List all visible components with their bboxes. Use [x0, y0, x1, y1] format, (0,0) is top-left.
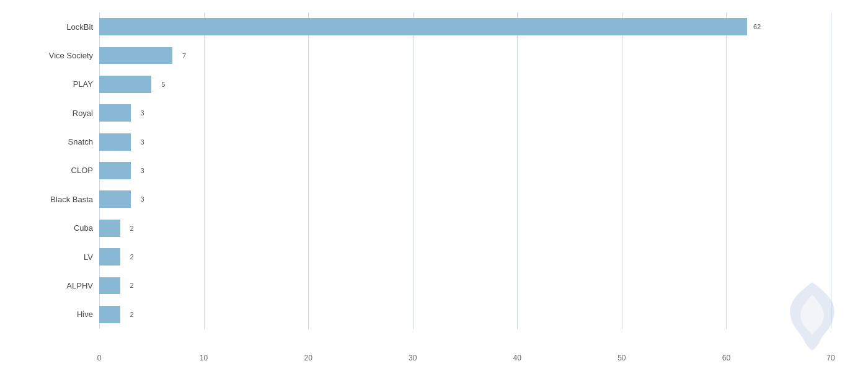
bar-row: Snatch3 — [99, 133, 831, 151]
chart-area: LockBit62Vice Society7PLAY5Royal3Snatch3… — [99, 12, 831, 329]
x-tick: 60 — [720, 354, 732, 362]
chart-container: LockBit62Vice Society7PLAY5Royal3Snatch3… — [0, 0, 868, 366]
bar-row: PLAY5 — [99, 76, 831, 93]
x-tick: 30 — [407, 354, 419, 362]
bar-label: Hive — [0, 310, 93, 319]
bar-label: Vice Society — [0, 51, 93, 60]
bar-label: Royal — [0, 109, 93, 118]
bar-label: Cuba — [0, 223, 93, 233]
bar-value-label: 3 — [140, 167, 144, 174]
bar-label: PLAY — [0, 79, 93, 89]
bar-row: Hive2 — [99, 306, 831, 323]
bar-row: ALPHV2 — [99, 277, 831, 295]
bar-fill: 2 — [99, 220, 120, 237]
bar-label: LockBit — [0, 22, 93, 32]
bar-fill: 2 — [99, 277, 120, 295]
bar-row: LV2 — [99, 248, 831, 266]
x-tick: 50 — [616, 354, 628, 362]
bar-row: Black Basta3 — [99, 190, 831, 208]
bar-value-label: 2 — [130, 253, 134, 261]
bar-label: CLOP — [0, 166, 93, 175]
bar-value-label: 3 — [140, 109, 144, 117]
bar-fill: 2 — [99, 248, 120, 266]
bar-label: Black Basta — [0, 195, 93, 204]
bar-value-label: 2 — [130, 311, 134, 318]
bar-row: Royal3 — [99, 104, 831, 122]
bar-value-label: 2 — [130, 225, 134, 232]
bar-value-label: 62 — [753, 23, 761, 30]
bar-fill: 3 — [99, 133, 131, 151]
x-tick: 10 — [198, 354, 210, 362]
bar-fill: 5 — [99, 76, 151, 93]
bar-value-label: 3 — [140, 138, 144, 146]
bar-label: Snatch — [0, 137, 93, 146]
bar-row: LockBit62 — [99, 18, 831, 35]
bar-fill: 3 — [99, 104, 131, 122]
bar-fill: 62 — [99, 18, 747, 35]
bar-fill: 3 — [99, 190, 131, 208]
bar-row: Vice Society7 — [99, 47, 831, 65]
bar-row: CLOP3 — [99, 162, 831, 179]
bar-value-label: 2 — [130, 282, 134, 289]
x-tick: 20 — [302, 354, 314, 362]
bar-fill: 2 — [99, 306, 120, 323]
bar-fill: 7 — [99, 47, 172, 65]
x-tick: 70 — [825, 354, 837, 362]
bar-label: ALPHV — [0, 281, 93, 290]
bar-label: LV — [0, 252, 93, 262]
bar-row: Cuba2 — [99, 220, 831, 237]
bar-value-label: 5 — [161, 81, 165, 88]
x-tick: 0 — [93, 354, 105, 362]
x-tick: 40 — [511, 354, 523, 362]
bar-value-label: 3 — [140, 195, 144, 203]
bar-value-label: 7 — [182, 52, 186, 60]
bar-fill: 3 — [99, 162, 131, 179]
watermark-logo — [775, 279, 849, 354]
